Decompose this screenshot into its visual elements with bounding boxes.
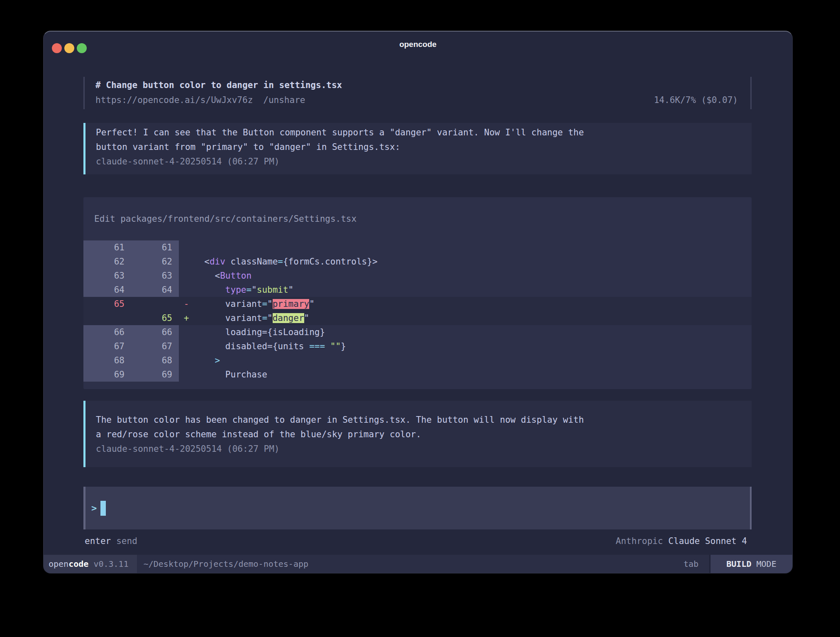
- diff-row: 6868 >: [83, 353, 752, 368]
- diff-sign: [179, 255, 194, 269]
- old-line-number: 66: [83, 325, 131, 339]
- diff-sign: [179, 339, 194, 353]
- new-line-number: 68: [131, 353, 179, 368]
- provider-label: Anthropic: [616, 536, 663, 546]
- text-cursor: [100, 501, 106, 516]
- window-titlebar: opencode: [44, 32, 792, 58]
- code-line: >: [194, 353, 220, 368]
- assistant-message: The button color has been changed to dan…: [83, 401, 752, 467]
- edit-tool-card: Edit packages/frontend/src/containers/Se…: [83, 197, 752, 389]
- status-bar: opencode v0.3.11 ~/Desktop/Projects/demo…: [44, 555, 792, 573]
- removed-word-highlight: primary: [273, 299, 310, 309]
- old-line-number: 62: [83, 255, 131, 269]
- code-line: <div className={formCs.controls}>: [194, 255, 378, 269]
- diff-row: 6969 Purchase: [83, 368, 752, 382]
- working-directory: ~/Desktop/Projects/demo-notes-app: [137, 555, 308, 573]
- diff-sign: [179, 325, 194, 339]
- prompt-input[interactable]: >: [83, 487, 752, 529]
- new-line-number: 64: [131, 283, 179, 297]
- message-model-timestamp: claude-sonnet-4-20250514 (06:27 PM): [96, 154, 752, 169]
- new-line-number: 66: [131, 325, 179, 339]
- code-line: disabled={units === ""}: [194, 339, 346, 353]
- old-line-number: 65: [83, 297, 131, 311]
- code-line: <Button: [194, 269, 252, 283]
- unshare-command[interactable]: /unshare: [263, 93, 305, 108]
- code-line: loading={isLoading}: [194, 325, 325, 339]
- enter-key-hint: enter: [85, 536, 111, 546]
- mode-toggle[interactable]: BUILD MODE: [709, 555, 792, 573]
- new-line-number: [131, 297, 179, 311]
- added-word-highlight: danger: [273, 313, 304, 323]
- tab-key-hint: tab: [684, 555, 698, 573]
- old-line-number: 64: [83, 283, 131, 297]
- message-text-line: button variant from "primary" to "danger…: [96, 140, 752, 154]
- old-line-number: 69: [83, 368, 131, 382]
- new-line-number: 69: [131, 368, 179, 382]
- old-line-number: 67: [83, 339, 131, 353]
- old-line-number: 68: [83, 353, 131, 368]
- session-header: # Change button color to danger in setti…: [83, 77, 752, 109]
- new-line-number: 67: [131, 339, 179, 353]
- diff-sign-minus: -: [179, 297, 194, 311]
- context-usage-stats: 14.6K/7% ($0.07): [654, 93, 738, 108]
- desktop-background: opencode # Change button color to danger…: [0, 0, 840, 637]
- new-line-number: 61: [131, 240, 179, 255]
- old-line-number: 63: [83, 269, 131, 283]
- old-line-number: 61: [83, 240, 131, 255]
- diff-sign: [179, 353, 194, 368]
- diff-sign: [179, 368, 194, 382]
- diff-row: 6161: [83, 240, 752, 255]
- app-version-segment: opencode v0.3.11: [44, 555, 137, 573]
- code-line: type="submit": [194, 283, 293, 297]
- prompt-chevron: >: [91, 503, 97, 513]
- diff-row: 6262 <div className={formCs.controls}>: [83, 255, 752, 269]
- diff-row: 6767 disabled={units === ""}: [83, 339, 752, 353]
- message-model-timestamp: claude-sonnet-4-20250514 (06:27 PM): [96, 442, 752, 456]
- new-line-number: 63: [131, 269, 179, 283]
- code-line: Purchase: [194, 368, 267, 382]
- assistant-message: Perfect! I can see that the Button compo…: [83, 123, 752, 174]
- input-hint-row: enter send Anthropic Claude Sonnet 4: [83, 534, 752, 548]
- window-title: opencode: [44, 40, 792, 49]
- diff-row: 6666 loading={isLoading}: [83, 325, 752, 339]
- model-label[interactable]: Claude Sonnet 4: [668, 536, 747, 546]
- diff-sign-plus: +: [179, 311, 194, 325]
- code-line: variant="primary": [194, 297, 315, 311]
- new-line-number: 65: [131, 311, 179, 325]
- edit-tool-title: Edit packages/frontend/src/containers/Se…: [83, 197, 752, 240]
- diff-row-removed: 65- variant="primary": [83, 297, 752, 311]
- diff-sign: [179, 283, 194, 297]
- diff-row: 6464 type="submit": [83, 283, 752, 297]
- opencode-window: opencode # Change button color to danger…: [43, 31, 793, 573]
- diff-row-added: 65+ variant="danger": [83, 311, 752, 325]
- code-line: variant="danger": [194, 311, 309, 325]
- old-line-number: [83, 311, 131, 325]
- diff-sign: [179, 240, 194, 255]
- share-url-link[interactable]: https://opencode.ai/s/UwJxv76z: [95, 93, 253, 108]
- diff-row: 6363 <Button: [83, 269, 752, 283]
- message-text-line: Perfect! I can see that the Button compo…: [96, 125, 752, 140]
- diff-sign: [179, 269, 194, 283]
- message-text-line: a red/rose color scheme instead of the b…: [96, 427, 752, 442]
- new-line-number: 62: [131, 255, 179, 269]
- session-title: # Change button color to danger in setti…: [95, 78, 738, 93]
- message-text-line: The button color has been changed to dan…: [96, 413, 752, 427]
- send-action-hint: send: [116, 536, 137, 546]
